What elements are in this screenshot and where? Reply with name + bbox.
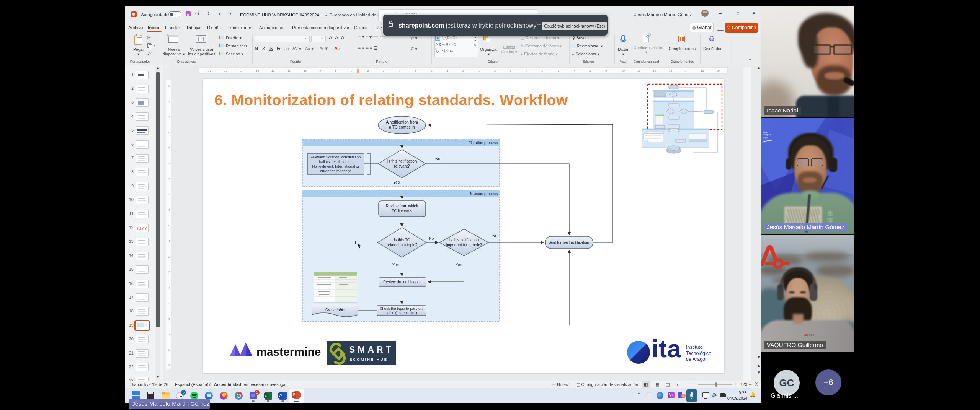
svg-text:important for a topic?: important for a topic?	[446, 243, 482, 247]
svg-text:Filtration process: Filtration process	[469, 141, 498, 145]
svg-text:Wait for next notification: Wait for next notification	[549, 241, 589, 245]
svg-text:Yes: Yes	[456, 262, 462, 267]
svg-text:No: No	[429, 236, 434, 241]
svg-text:Green table: Green table	[325, 308, 345, 312]
svg-text:relevant?: relevant?	[394, 164, 410, 168]
svg-text:Review from which: Review from which	[386, 204, 418, 208]
svg-text:A notification from: A notification from	[386, 120, 418, 124]
svg-text:Review the notification: Review the notification	[383, 280, 421, 284]
svg-text:Is this notification: Is this notification	[449, 238, 479, 242]
svg-text:Is this notification: Is this notification	[387, 159, 417, 163]
svg-text:ballots, resolutions...: ballots, resolutions...	[319, 159, 353, 164]
svg-text:Yes: Yes	[393, 180, 400, 184]
svg-text:related to a topic?: related to a topic?	[387, 243, 417, 247]
svg-text:Relevant: Votation, consultati: Relevant: Votation, consultation,	[310, 155, 362, 159]
svg-text:Revision process: Revision process	[469, 192, 498, 196]
svg-text:a TC comes in: a TC comes in	[389, 125, 415, 129]
svg-text:Non-relevant: International or: Non-relevant: International or	[312, 164, 359, 168]
svg-text:Is this TC: Is this TC	[394, 238, 410, 242]
svg-text:TC it comes: TC it comes	[392, 209, 412, 213]
svg-text:european meetings: european meetings	[320, 169, 351, 173]
svg-text:No: No	[492, 233, 498, 238]
svg-text:Check the topic-to-partners: Check the topic-to-partners	[380, 306, 424, 311]
svg-text:table (Green table): table (Green table)	[386, 311, 416, 315]
svg-text:Yes: Yes	[392, 262, 399, 267]
svg-text:mastermine: mastermine	[256, 345, 321, 358]
svg-text:No: No	[435, 156, 441, 161]
